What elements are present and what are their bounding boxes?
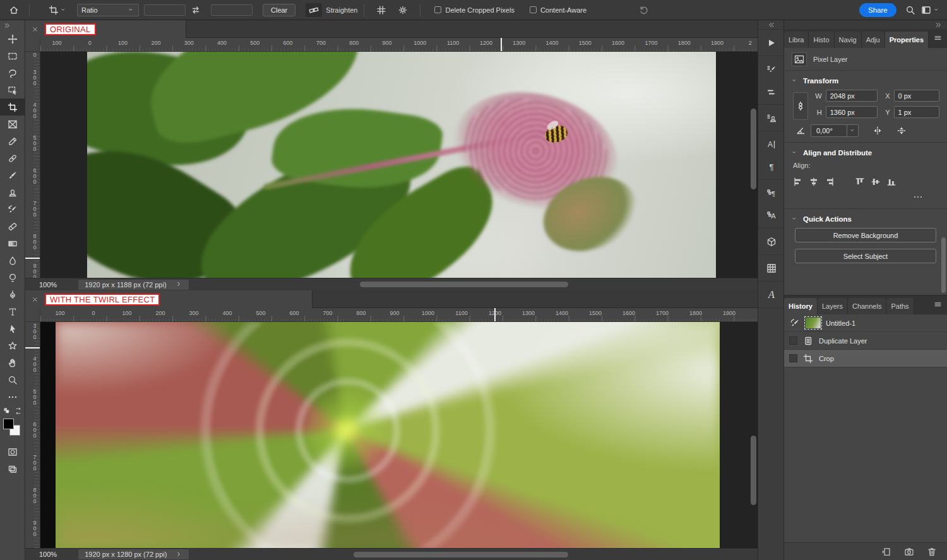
tool-type[interactable] [0, 303, 25, 320]
align-bottom-edges-icon[interactable] [886, 177, 896, 187]
swap-colors-icon[interactable] [15, 407, 22, 415]
tool-clone-stamp[interactable] [0, 184, 25, 201]
panel-button-paragraph-styles[interactable]: ¶ [758, 182, 785, 204]
ratio-select[interactable]: Ratio [77, 4, 139, 16]
panel-button-clone-source[interactable] [758, 107, 785, 129]
panel-menu-icon[interactable] [934, 301, 942, 309]
crop-settings-gear-icon[interactable] [398, 5, 408, 15]
doc2-horizontal-scrollbar[interactable] [354, 552, 568, 557]
history-state-crop[interactable]: Crop [784, 350, 947, 367]
tab-properties[interactable]: Properties [885, 32, 929, 48]
doc1-info[interactable]: 1920 px x 1188 px (72 ppi) [78, 280, 188, 290]
tab-libra[interactable]: Libra [784, 32, 809, 48]
tool-hand[interactable] [0, 354, 25, 371]
panel-button-character-styles[interactable]: A [758, 204, 785, 226]
tab-channels[interactable]: Channels [848, 298, 886, 314]
close-tab-icon[interactable] [32, 296, 39, 303]
swap-width-height-icon[interactable] [191, 5, 201, 15]
align-top-edges-icon[interactable] [855, 177, 865, 187]
tool-dodge[interactable] [0, 269, 25, 286]
crop-width-input[interactable] [144, 4, 186, 16]
panel-button-brushes[interactable] [758, 80, 785, 102]
history-source-well[interactable] [789, 354, 797, 362]
crop-tool-preset[interactable] [49, 5, 67, 15]
flip-horizontal-icon[interactable] [873, 126, 883, 136]
select-subject-button[interactable]: Select Subject [795, 249, 936, 263]
tool-crop[interactable] [0, 98, 25, 116]
doc1-horizontal-ruler[interactable]: 1000100200300400500600700800900100011001… [40, 38, 758, 52]
tab-navig[interactable]: Navig [835, 32, 862, 48]
default-colors-icon[interactable] [3, 407, 11, 415]
tool-lasso[interactable] [0, 64, 25, 81]
panel-button-threed[interactable] [758, 230, 785, 253]
tab-history[interactable]: History [784, 298, 818, 314]
align-right-edges-icon[interactable] [825, 177, 835, 187]
tool-eyedropper[interactable] [0, 133, 25, 150]
section-collapse-icon[interactable] [792, 78, 798, 84]
panel-menu-icon[interactable] [934, 34, 942, 42]
rotation-angle-select[interactable]: 0,00° [811, 124, 859, 137]
collapse-dock-chevrons-icon[interactable] [784, 20, 947, 29]
panel-button-actions[interactable] [758, 32, 785, 54]
doc2-info[interactable]: 1920 px x 1280 px (72 ppi) [78, 549, 189, 559]
clear-button[interactable]: Clear [263, 4, 295, 16]
tab-histo[interactable]: Histo [809, 32, 834, 48]
align-vertical-centers-icon[interactable] [871, 177, 881, 187]
checkbox-content-aware[interactable]: Content-Aware [530, 6, 587, 14]
tool-path-selection[interactable] [0, 320, 25, 337]
tool-pen[interactable] [0, 286, 25, 303]
doc2-tab[interactable]: WITH THE TWIRL EFFECT [25, 290, 313, 308]
tool-brush[interactable] [0, 167, 25, 184]
reset-icon[interactable] [639, 5, 649, 15]
crop-overlay-grid-icon[interactable] [376, 5, 386, 15]
panel-button-character[interactable]: A [758, 133, 785, 155]
tool-history-brush[interactable] [0, 201, 25, 218]
tool-zoom[interactable] [0, 371, 25, 388]
doc2-vertical-scrollbar[interactable] [751, 436, 756, 505]
straighten-button[interactable]: Straighten [306, 3, 357, 17]
doc2-zoom-level[interactable]: 100% [39, 551, 57, 558]
properties-scrollbar[interactable] [941, 237, 946, 293]
doc1-vertical-ruler[interactable]: 0300400500600700800900 [25, 52, 40, 278]
y-field[interactable]: 1 px [894, 106, 939, 118]
doc2-vertical-ruler[interactable]: 300400500600700800900 [25, 322, 40, 548]
doc2-horizontal-ruler[interactable]: 1000100200300400500600700800900100011001… [40, 308, 758, 322]
expand-panels-chevrons-icon[interactable] [758, 20, 783, 30]
doc1-vertical-scrollbar[interactable] [751, 109, 756, 189]
section-collapse-icon[interactable] [792, 216, 798, 222]
align-left-edges-icon[interactable] [793, 177, 803, 187]
tool-rectangular-marquee[interactable] [0, 47, 25, 64]
tool-custom-shape[interactable] [0, 337, 25, 354]
tool-object-selection[interactable] [0, 81, 25, 98]
share-button[interactable]: Share [859, 3, 896, 17]
panel-button-brush-settings[interactable] [758, 58, 785, 80]
tool-frame[interactable] [0, 116, 25, 133]
doc1-tab[interactable]: ORIGINAL [25, 20, 186, 38]
history-brush-source-icon[interactable] [789, 318, 801, 328]
tool-blur[interactable] [0, 252, 25, 269]
panel-button-glyphs[interactable]: A [758, 283, 785, 306]
screen-mode-button[interactable] [0, 460, 25, 477]
ruler-corner[interactable] [25, 308, 40, 322]
edit-toolbar-chevrons-icon[interactable] [0, 20, 25, 30]
tool-spot-healing-brush[interactable] [0, 150, 25, 167]
checkbox-delete-cropped-pixels[interactable]: Delete Cropped Pixels [434, 6, 514, 14]
doc1-canvas[interactable] [40, 52, 758, 278]
panel-button-paragraph[interactable]: ¶ [758, 155, 785, 177]
workspace-switcher[interactable] [921, 5, 940, 15]
height-field[interactable]: 1360 px [826, 106, 878, 118]
panel-button-patterns[interactable] [758, 257, 785, 279]
flip-vertical-icon[interactable] [896, 126, 907, 136]
search-icon[interactable] [905, 5, 915, 15]
link-dimensions-icon[interactable] [793, 92, 808, 120]
doc2-canvas[interactable] [40, 322, 758, 548]
foreground-color-swatch[interactable] [3, 419, 14, 429]
tab-adju[interactable]: Adju [862, 32, 885, 48]
history-state-untitled-1[interactable]: Untitled-1 [784, 314, 947, 332]
x-field[interactable]: 0 px [894, 90, 939, 102]
tool-move[interactable] [0, 30, 25, 47]
close-tab-icon[interactable] [32, 26, 39, 33]
new-document-from-state-icon[interactable] [881, 547, 891, 557]
section-collapse-icon[interactable] [792, 150, 798, 156]
tool-eraser[interactable] [0, 218, 25, 235]
